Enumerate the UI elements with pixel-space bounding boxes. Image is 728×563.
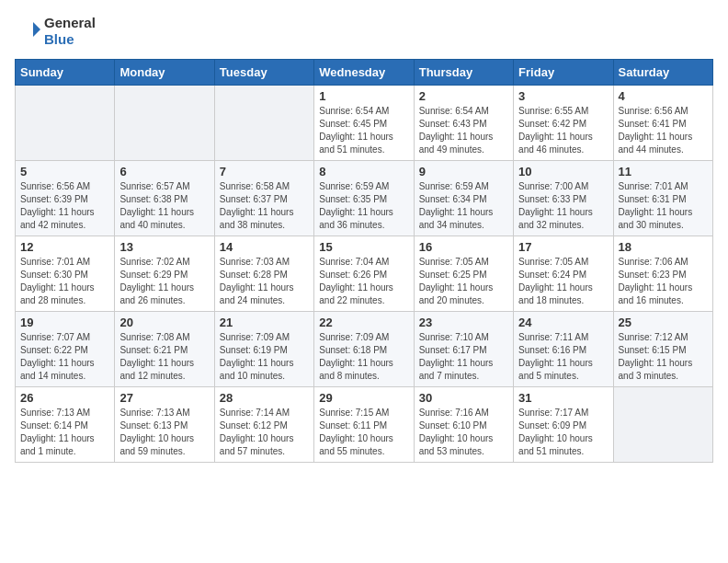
day-number: 17 (518, 240, 608, 254)
calendar-cell: 6Sunrise: 6:57 AM Sunset: 6:38 PM Daylig… (115, 161, 214, 236)
day-number: 1 (319, 89, 408, 103)
calendar-cell: 15Sunrise: 7:04 AM Sunset: 6:26 PM Dayli… (314, 236, 414, 312)
day-number: 7 (220, 165, 309, 178)
calendar-cell: 20Sunrise: 7:08 AM Sunset: 6:21 PM Dayli… (115, 312, 214, 387)
day-number: 28 (220, 391, 309, 405)
calendar-cell (214, 86, 313, 161)
day-info: Sunrise: 7:10 AM Sunset: 6:17 PM Dayligh… (419, 331, 508, 383)
day-number: 29 (319, 391, 408, 405)
day-info: Sunrise: 6:54 AM Sunset: 6:43 PM Dayligh… (419, 105, 508, 156)
logo-blue: Blue (44, 31, 74, 47)
day-number: 25 (619, 316, 708, 329)
calendar-cell: 30Sunrise: 7:16 AM Sunset: 6:10 PM Dayli… (414, 387, 513, 463)
calendar-cell: 28Sunrise: 7:14 AM Sunset: 6:12 PM Dayli… (214, 387, 313, 463)
day-info: Sunrise: 7:09 AM Sunset: 6:19 PM Dayligh… (220, 331, 309, 383)
calendar-cell (16, 86, 115, 161)
day-number: 30 (419, 391, 508, 405)
day-number: 15 (319, 240, 408, 254)
calendar-cell: 13Sunrise: 7:02 AM Sunset: 6:29 PM Dayli… (115, 236, 214, 312)
day-info: Sunrise: 6:54 AM Sunset: 6:45 PM Dayligh… (319, 105, 408, 156)
day-number: 26 (20, 391, 109, 405)
calendar-cell: 11Sunrise: 7:01 AM Sunset: 6:31 PM Dayli… (613, 161, 712, 236)
calendar-cell: 17Sunrise: 7:05 AM Sunset: 6:24 PM Dayli… (514, 236, 613, 312)
day-number: 8 (319, 165, 408, 178)
day-info: Sunrise: 7:00 AM Sunset: 6:33 PM Dayligh… (518, 180, 608, 232)
calendar-cell: 3Sunrise: 6:55 AM Sunset: 6:42 PM Daylig… (514, 86, 613, 161)
calendar-cell: 18Sunrise: 7:06 AM Sunset: 6:23 PM Dayli… (613, 236, 712, 312)
calendar-cell: 2Sunrise: 6:54 AM Sunset: 6:43 PM Daylig… (414, 86, 513, 161)
day-number: 13 (119, 240, 209, 254)
weekday-header-row: SundayMondayTuesdayWednesdayThursdayFrid… (16, 60, 713, 86)
calendar-cell: 4Sunrise: 6:56 AM Sunset: 6:41 PM Daylig… (613, 86, 712, 161)
calendar-cell: 21Sunrise: 7:09 AM Sunset: 6:19 PM Dayli… (214, 312, 313, 387)
day-info: Sunrise: 7:17 AM Sunset: 6:09 PM Dayligh… (518, 407, 608, 458)
day-info: Sunrise: 7:08 AM Sunset: 6:21 PM Dayligh… (119, 331, 209, 383)
day-number: 14 (220, 240, 309, 254)
calendar-cell: 8Sunrise: 6:59 AM Sunset: 6:35 PM Daylig… (314, 161, 414, 236)
day-info: Sunrise: 7:15 AM Sunset: 6:11 PM Dayligh… (319, 407, 408, 458)
calendar-cell: 23Sunrise: 7:10 AM Sunset: 6:17 PM Dayli… (414, 312, 513, 387)
svg-marker-1 (33, 22, 40, 37)
day-info: Sunrise: 7:01 AM Sunset: 6:31 PM Dayligh… (619, 180, 708, 232)
day-number: 24 (518, 316, 608, 329)
logo-text: General Blue (44, 15, 96, 48)
logo-svg (15, 18, 40, 44)
calendar-week-4: 19Sunrise: 7:07 AM Sunset: 6:22 PM Dayli… (16, 312, 713, 387)
day-number: 2 (419, 89, 508, 103)
day-info: Sunrise: 7:06 AM Sunset: 6:23 PM Dayligh… (619, 256, 708, 307)
calendar-cell: 14Sunrise: 7:03 AM Sunset: 6:28 PM Dayli… (214, 236, 313, 312)
day-info: Sunrise: 7:04 AM Sunset: 6:26 PM Dayligh… (319, 256, 408, 307)
day-number: 19 (20, 316, 109, 329)
logo: General Blue (15, 15, 96, 48)
calendar-week-3: 12Sunrise: 7:01 AM Sunset: 6:30 PM Dayli… (16, 236, 713, 312)
calendar-week-2: 5Sunrise: 6:56 AM Sunset: 6:39 PM Daylig… (16, 161, 713, 236)
calendar-cell: 31Sunrise: 7:17 AM Sunset: 6:09 PM Dayli… (514, 387, 613, 463)
day-number: 21 (220, 316, 309, 329)
day-number: 18 (619, 240, 708, 254)
weekday-header-wednesday: Wednesday (314, 60, 414, 86)
day-number: 27 (119, 391, 209, 405)
day-number: 23 (419, 316, 508, 329)
day-info: Sunrise: 6:56 AM Sunset: 6:41 PM Dayligh… (619, 105, 708, 156)
calendar-cell: 10Sunrise: 7:00 AM Sunset: 6:33 PM Dayli… (514, 161, 613, 236)
calendar-cell (115, 86, 214, 161)
calendar-body: 1Sunrise: 6:54 AM Sunset: 6:45 PM Daylig… (16, 86, 713, 463)
day-info: Sunrise: 7:09 AM Sunset: 6:18 PM Dayligh… (319, 331, 408, 383)
day-info: Sunrise: 7:05 AM Sunset: 6:24 PM Dayligh… (518, 256, 608, 307)
day-info: Sunrise: 7:13 AM Sunset: 6:13 PM Dayligh… (119, 407, 209, 458)
day-info: Sunrise: 6:57 AM Sunset: 6:38 PM Dayligh… (119, 180, 209, 232)
calendar-cell: 19Sunrise: 7:07 AM Sunset: 6:22 PM Dayli… (16, 312, 115, 387)
day-info: Sunrise: 6:56 AM Sunset: 6:39 PM Dayligh… (20, 180, 109, 232)
calendar-cell: 24Sunrise: 7:11 AM Sunset: 6:16 PM Dayli… (514, 312, 613, 387)
weekday-header-tuesday: Tuesday (214, 60, 313, 86)
day-number: 31 (518, 391, 608, 405)
day-info: Sunrise: 7:14 AM Sunset: 6:12 PM Dayligh… (220, 407, 309, 458)
calendar-cell: 12Sunrise: 7:01 AM Sunset: 6:30 PM Dayli… (16, 236, 115, 312)
day-info: Sunrise: 7:13 AM Sunset: 6:14 PM Dayligh… (20, 407, 109, 458)
calendar-table: SundayMondayTuesdayWednesdayThursdayFrid… (15, 59, 713, 463)
calendar-cell: 9Sunrise: 6:59 AM Sunset: 6:34 PM Daylig… (414, 161, 513, 236)
day-number: 11 (619, 165, 708, 178)
day-info: Sunrise: 7:03 AM Sunset: 6:28 PM Dayligh… (220, 256, 309, 307)
day-info: Sunrise: 7:12 AM Sunset: 6:15 PM Dayligh… (619, 331, 708, 383)
day-info: Sunrise: 7:01 AM Sunset: 6:30 PM Dayligh… (20, 256, 109, 307)
day-info: Sunrise: 7:05 AM Sunset: 6:25 PM Dayligh… (419, 256, 508, 307)
day-info: Sunrise: 6:55 AM Sunset: 6:42 PM Dayligh… (518, 105, 608, 156)
day-number: 10 (518, 165, 608, 178)
calendar-cell: 27Sunrise: 7:13 AM Sunset: 6:13 PM Dayli… (115, 387, 214, 463)
weekday-header-monday: Monday (115, 60, 214, 86)
day-info: Sunrise: 7:11 AM Sunset: 6:16 PM Dayligh… (518, 331, 608, 383)
day-info: Sunrise: 7:16 AM Sunset: 6:10 PM Dayligh… (419, 407, 508, 458)
calendar-cell: 1Sunrise: 6:54 AM Sunset: 6:45 PM Daylig… (314, 86, 414, 161)
page-header: General Blue (15, 15, 713, 48)
calendar-cell (613, 387, 712, 463)
day-number: 9 (419, 165, 508, 178)
day-number: 3 (518, 89, 608, 103)
calendar-week-5: 26Sunrise: 7:13 AM Sunset: 6:14 PM Dayli… (16, 387, 713, 463)
day-info: Sunrise: 7:02 AM Sunset: 6:29 PM Dayligh… (119, 256, 209, 307)
day-number: 22 (319, 316, 408, 329)
day-info: Sunrise: 6:58 AM Sunset: 6:37 PM Dayligh… (220, 180, 309, 232)
day-number: 20 (119, 316, 209, 329)
weekday-header-saturday: Saturday (613, 60, 712, 86)
calendar-cell: 5Sunrise: 6:56 AM Sunset: 6:39 PM Daylig… (16, 161, 115, 236)
